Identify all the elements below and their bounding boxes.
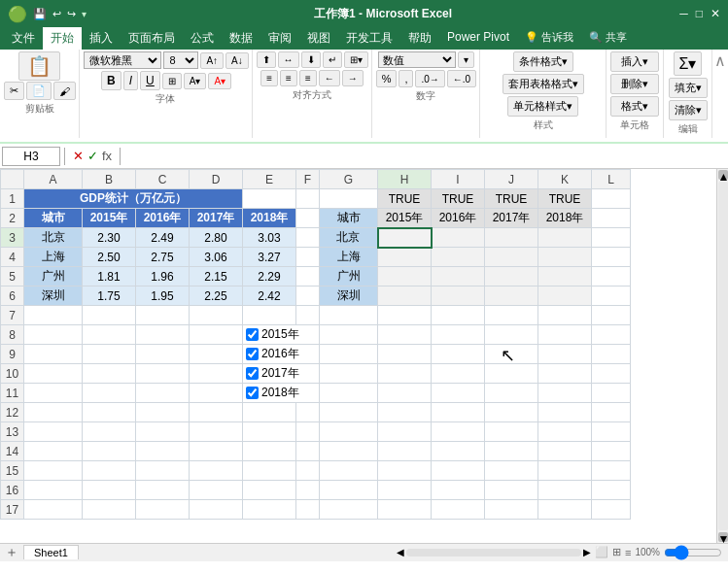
cell-A6[interactable]: 深圳	[24, 286, 83, 306]
cut-button[interactable]: ✂	[4, 82, 24, 100]
font-size-select[interactable]: 8	[163, 51, 198, 69]
checkbox-2015[interactable]	[246, 328, 259, 341]
cell-K3[interactable]	[538, 228, 592, 248]
cell-style-button[interactable]: 单元格样式▾	[507, 96, 578, 117]
cell-L4[interactable]	[592, 248, 631, 267]
quick-save[interactable]: 💾	[33, 8, 47, 20]
cell-B9[interactable]	[83, 345, 136, 364]
fill-button[interactable]: 填充▾	[669, 78, 708, 98]
cell-A2[interactable]: 城市	[24, 209, 83, 228]
insert-cells-button[interactable]: 插入▾	[610, 51, 659, 72]
cell-B2[interactable]: 2015年	[83, 209, 136, 228]
checkbox-2016[interactable]	[246, 348, 259, 360]
tab-help[interactable]: 帮助	[400, 27, 439, 50]
scroll-left-arrow[interactable]: ◀	[397, 547, 404, 557]
cell-G6[interactable]: 深圳	[320, 286, 378, 306]
increase-font-button[interactable]: A↑	[200, 52, 224, 69]
tab-data[interactable]: 数据	[222, 27, 260, 50]
horizontal-scrollbar[interactable]: ◀ ▶	[397, 547, 591, 557]
italic-button[interactable]: I	[123, 71, 138, 90]
format-cells-button[interactable]: 格式▾	[610, 96, 659, 117]
checkbox-2018[interactable]	[246, 387, 259, 399]
close-button[interactable]: ✕	[711, 7, 720, 20]
cell-L10[interactable]	[592, 364, 631, 384]
wrap-text-button[interactable]: ↵	[323, 51, 342, 68]
cell-D2[interactable]: 2017年	[190, 209, 243, 228]
font-name-select[interactable]: 微软雅黑	[84, 51, 161, 69]
cell-F3[interactable]	[296, 228, 320, 248]
cell-C6[interactable]: 1.95	[136, 286, 190, 306]
cancel-formula-icon[interactable]: ✕	[73, 149, 84, 163]
cell-I9[interactable]	[432, 345, 485, 364]
col-header-B[interactable]: B	[83, 170, 136, 189]
cell-A3[interactable]: 北京	[24, 228, 83, 248]
cell-J3[interactable]	[485, 228, 538, 248]
cell-E7[interactable]	[243, 306, 296, 325]
cell-I4[interactable]	[432, 248, 485, 267]
cell-K2[interactable]: 2018年	[538, 209, 592, 228]
cell-I2[interactable]: 2016年	[432, 209, 485, 228]
cell-C5[interactable]: 1.96	[136, 267, 190, 286]
vertical-scrollbar[interactable]: ▲ ▼	[716, 169, 728, 543]
cell-G3[interactable]: 北京	[320, 228, 378, 248]
col-header-C[interactable]: C	[136, 170, 190, 189]
decrease-decimal-button[interactable]: ←.0	[447, 70, 476, 87]
cell-A10[interactable]	[24, 364, 83, 384]
align-right-button[interactable]: ≡	[299, 70, 317, 86]
border-button[interactable]: ⊞	[162, 73, 182, 89]
cell-B8[interactable]	[83, 325, 136, 345]
cell-K11[interactable]	[538, 384, 592, 403]
cell-H5[interactable]	[378, 267, 432, 286]
cell-J8[interactable]	[485, 325, 538, 345]
quick-redo[interactable]: ↪	[67, 8, 76, 20]
conditional-format-button[interactable]: 条件格式▾	[513, 51, 573, 72]
zoom-slider[interactable]	[664, 545, 722, 560]
cell-K6[interactable]	[538, 286, 592, 306]
cell-D7[interactable]	[190, 306, 243, 325]
cell-K10[interactable]	[538, 364, 592, 384]
normal-view-button[interactable]: ⬜	[595, 546, 608, 558]
paste-button[interactable]: 📋	[18, 51, 60, 81]
bold-button[interactable]: B	[101, 71, 121, 90]
cell-J5[interactable]	[485, 267, 538, 286]
insert-function-icon[interactable]: fx	[102, 149, 112, 163]
col-header-D[interactable]: D	[190, 170, 243, 189]
percent-button[interactable]: %	[376, 70, 398, 87]
cell-G8[interactable]	[320, 325, 378, 345]
cell-E9[interactable]: 2016年	[243, 345, 320, 364]
cell-K1[interactable]: TRUE	[538, 189, 592, 209]
cell-D10[interactable]	[190, 364, 243, 384]
align-middle-button[interactable]: ↔	[278, 51, 299, 68]
scroll-thumb-v[interactable]	[718, 182, 728, 530]
cell-A8[interactable]	[24, 325, 83, 345]
col-header-L[interactable]: L	[592, 170, 631, 189]
cell-D11[interactable]	[190, 384, 243, 403]
cell-D5[interactable]: 2.15	[190, 267, 243, 286]
cell-I6[interactable]	[432, 286, 485, 306]
align-left-button[interactable]: ≡	[260, 70, 278, 86]
cell-D8[interactable]	[190, 325, 243, 345]
cell-E5[interactable]: 2.29	[243, 267, 296, 286]
cell-F5[interactable]	[296, 267, 320, 286]
cell-K4[interactable]	[538, 248, 592, 267]
quick-undo[interactable]: ↩	[52, 8, 61, 20]
confirm-formula-icon[interactable]: ✓	[87, 149, 98, 163]
decrease-font-button[interactable]: A↓	[225, 52, 249, 69]
cell-I7[interactable]	[432, 306, 485, 325]
copy-button[interactable]: 📄	[26, 82, 52, 100]
clear-button[interactable]: 清除▾	[669, 100, 708, 120]
cell-I10[interactable]	[432, 364, 485, 384]
cell-K8[interactable]	[538, 325, 592, 345]
align-top-button[interactable]: ⬆	[257, 51, 276, 68]
tab-file[interactable]: 文件	[4, 27, 43, 50]
tab-home[interactable]: 开始	[43, 27, 82, 50]
cell-A11[interactable]	[24, 384, 83, 403]
tab-review[interactable]: 审阅	[260, 27, 299, 50]
col-header-F[interactable]: F	[296, 170, 320, 189]
cell-D9[interactable]	[190, 345, 243, 364]
cell-D4[interactable]: 3.06	[190, 248, 243, 267]
number-format-dropdown[interactable]: ▾	[458, 51, 474, 68]
increase-decimal-button[interactable]: .0→	[415, 70, 444, 87]
sheet-tab-1[interactable]: Sheet1	[23, 545, 79, 559]
cell-I11[interactable]	[432, 384, 485, 403]
